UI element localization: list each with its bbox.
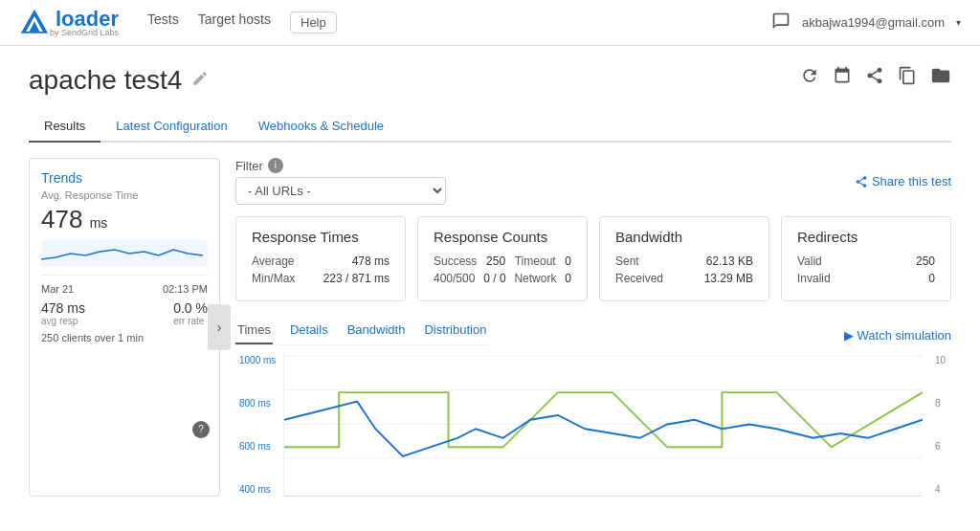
edit-icon[interactable] <box>191 70 209 91</box>
nav-help[interactable]: Help <box>290 11 337 33</box>
watch-simulation-link[interactable]: ▶ Watch simulation <box>844 328 952 343</box>
response-times-title: Response Times <box>252 229 390 245</box>
page-title-row: apache test4 <box>29 65 209 96</box>
trends-clients: 250 clients over 1 min <box>41 332 208 343</box>
dropdown-arrow-icon[interactable]: ▾ <box>956 17 961 28</box>
avg-val: 478 ms <box>352 254 390 268</box>
chart-tab-details[interactable]: Details <box>288 317 330 344</box>
success-val: 250 <box>486 254 505 268</box>
filter-section: Filter i - All URLs - <box>235 158 446 205</box>
page-tabs: Results Latest Configuration Webhooks & … <box>29 111 951 143</box>
stats-cards: Response Times Average 478 ms Min/Max 22… <box>235 216 951 301</box>
chart-svg <box>283 353 923 497</box>
y-label-600: 600 ms <box>239 441 276 452</box>
chart-tab-distribution[interactable]: Distribution <box>422 317 488 344</box>
message-icon[interactable] <box>771 11 791 33</box>
err-rate-label: err rate <box>173 316 208 326</box>
trends-date-row: Mar 21 02:13 PM <box>41 283 208 295</box>
400-val: 0 / 0 <box>483 272 505 285</box>
trends-time: 02:13 PM <box>163 283 208 295</box>
response-counts-card: Response Counts Success 250 Timeout 0 40… <box>417 216 588 301</box>
copy-icon[interactable] <box>898 66 917 90</box>
avg-resp-label: avg resp <box>41 316 85 326</box>
400-key: 400/500 <box>434 272 475 285</box>
refresh-icon[interactable] <box>800 66 819 90</box>
stats-row: Valid 250 <box>797 254 935 268</box>
tab-latest-config[interactable]: Latest Configuration <box>100 111 242 143</box>
y-label-8: 8 <box>935 398 946 409</box>
user-email[interactable]: akbajwa1994@gmail.com <box>802 15 945 30</box>
tab-webhooks[interactable]: Webhooks & Schedule <box>243 111 399 143</box>
timeout-key: Timeout <box>515 254 556 268</box>
sent-val: 62.13 KB <box>706 254 753 268</box>
logo-icon <box>19 8 50 38</box>
received-val: 13.29 MB <box>704 272 753 285</box>
nav-links: Tests Target hosts Help <box>147 11 337 33</box>
received-key: Received <box>615 272 663 285</box>
trends-panel: Trends Avg. Response Time 478 ms ? Mar 2… <box>29 158 220 497</box>
trends-chart <box>41 240 208 267</box>
filter-share-row: Filter i - All URLs - Share this test <box>235 158 951 205</box>
trends-stats: 478 ms avg resp 0.0 % err rate <box>41 300 208 326</box>
trends-avg-label: Avg. Response Time <box>41 189 208 201</box>
trends-avg-value: 478 ms <box>41 205 208 234</box>
invalid-val: 0 <box>928 272 935 285</box>
chart-wrapper: 1000 ms 800 ms 600 ms 400 ms 10 8 6 4 <box>283 353 923 497</box>
chart-tabs: Times Details Bandwidth Distribution <box>235 317 488 345</box>
navbar: loader by SendGrid Labs Tests Target hos… <box>0 0 980 46</box>
play-icon: ▶ <box>844 328 854 343</box>
y-label-800: 800 ms <box>239 398 276 409</box>
y-label-6: 6 <box>935 441 946 452</box>
stats-row: Received 13.29 MB <box>615 272 753 285</box>
brand-logo: loader by SendGrid Labs <box>19 8 119 38</box>
invalid-key: Invalid <box>797 272 831 285</box>
stats-row: Sent 62.13 KB <box>615 254 753 268</box>
avg-resp-stat: 478 ms avg resp <box>41 300 85 326</box>
nav-target-hosts[interactable]: Target hosts <box>198 11 271 33</box>
filter-info-icon[interactable]: i <box>268 158 283 173</box>
redirects-card: Redirects Valid 250 Invalid 0 <box>781 216 951 301</box>
share-alt-icon[interactable] <box>865 66 884 90</box>
y-label-1000: 1000 ms <box>239 355 276 365</box>
content-row: Trends Avg. Response Time 478 ms ? Mar 2… <box>29 158 951 497</box>
y-label-4: 4 <box>935 484 946 495</box>
folder-icon[interactable] <box>930 65 951 91</box>
tab-results[interactable]: Results <box>29 111 100 143</box>
valid-key: Valid <box>797 254 822 268</box>
bandwidth-card: Bandwidth Sent 62.13 KB Received 13.29 M… <box>599 216 769 301</box>
calendar-icon[interactable] <box>833 66 852 90</box>
stats-row: Min/Max 223 / 871 ms <box>252 272 390 285</box>
success-key: Success <box>434 254 477 268</box>
minmax-val: 223 / 871 ms <box>323 272 390 285</box>
trends-nav-arrow[interactable]: › <box>208 304 231 350</box>
bandwidth-title: Bandwidth <box>615 229 753 245</box>
toolbar-icons <box>800 65 951 91</box>
trends-title: Trends <box>41 170 208 186</box>
page-title: apache test4 <box>29 65 182 96</box>
chart-tab-bandwidth[interactable]: Bandwidth <box>345 317 408 344</box>
response-counts-title: Response Counts <box>434 229 571 245</box>
avg-key: Average <box>252 254 294 268</box>
timeout-val: 0 <box>565 254 571 268</box>
brand-name: loader <box>56 7 119 31</box>
stats-row: 400/500 0 / 0 Network 0 <box>434 272 571 285</box>
right-panel: Filter i - All URLs - Share this test Re… <box>235 158 951 497</box>
main-content: apache test4 Results Latest C <box>0 46 980 516</box>
stats-row: Average 478 ms <box>252 254 390 268</box>
help-circle-icon[interactable]: ? <box>192 421 210 438</box>
redirects-title: Redirects <box>797 229 935 245</box>
share-test-link[interactable]: Share this test <box>855 174 951 188</box>
chart-tab-times[interactable]: Times <box>235 317 273 344</box>
filter-label: Filter i <box>235 158 446 173</box>
err-rate-value: 0.0 % <box>173 300 208 316</box>
valid-val: 250 <box>916 254 935 268</box>
filter-select[interactable]: - All URLs - <box>235 177 446 205</box>
err-rate-stat: 0.0 % err rate <box>173 300 208 326</box>
navbar-right: akbajwa1994@gmail.com ▾ <box>771 11 961 33</box>
nav-tests[interactable]: Tests <box>147 11 179 33</box>
brand-sub: by SendGrid Labs <box>50 28 119 37</box>
stats-row: Success 250 Timeout 0 <box>434 254 571 268</box>
network-key: Network <box>514 272 556 285</box>
response-times-card: Response Times Average 478 ms Min/Max 22… <box>235 216 406 301</box>
trends-date: Mar 21 <box>41 283 74 295</box>
